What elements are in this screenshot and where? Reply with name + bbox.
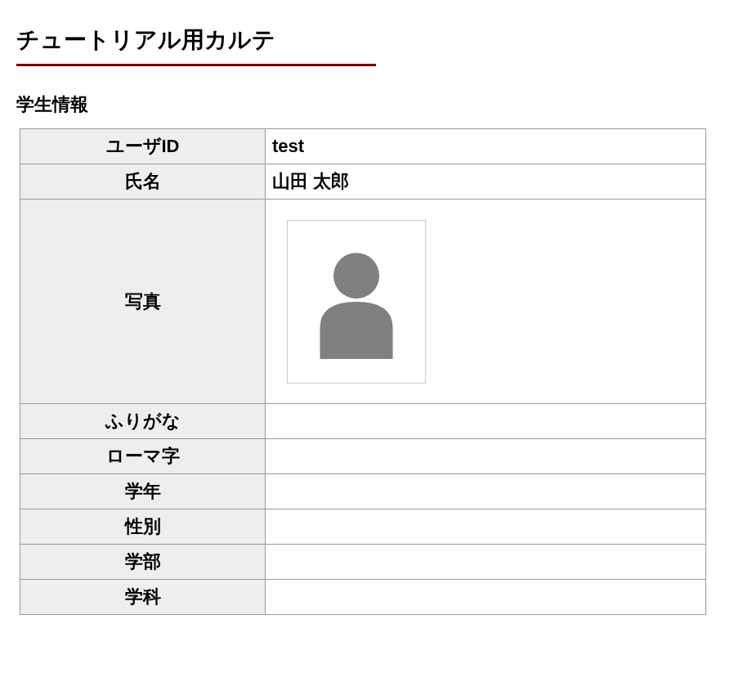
svg-point-0 (333, 253, 379, 298)
name-value: 山田 太郎 (266, 164, 706, 200)
gender-label: 性別 (20, 509, 266, 545)
furigana-value (266, 404, 706, 439)
furigana-label: ふりがな (20, 404, 266, 439)
name-label: 氏名 (20, 164, 266, 200)
photo-placeholder-box (287, 220, 426, 384)
table-row: 氏名 山田 太郎 (20, 164, 706, 200)
gender-value (266, 509, 706, 545)
table-row: ユーザID test (20, 129, 706, 164)
table-row: 学年 (20, 474, 706, 509)
faculty-label: 学部 (20, 545, 266, 580)
section-title-student-info: 学生情報 (16, 92, 718, 117)
department-label: 学科 (20, 580, 266, 615)
user-id-label: ユーザID (20, 129, 266, 164)
page-title: チュートリアル用カルテ (16, 25, 376, 66)
table-row: 学科 (20, 580, 706, 615)
avatar-placeholder-icon (303, 245, 410, 359)
faculty-value (266, 545, 706, 580)
grade-label: 学年 (20, 474, 266, 509)
table-row: ローマ字 (20, 439, 706, 474)
table-row: 性別 (20, 509, 706, 545)
table-row: ふりがな (20, 404, 706, 439)
table-row: 写真 (20, 200, 706, 404)
table-row: 学部 (20, 545, 706, 580)
photo-cell (266, 200, 706, 404)
grade-value (266, 474, 706, 509)
photo-label: 写真 (20, 200, 266, 404)
department-value (266, 580, 706, 615)
user-id-value: test (266, 129, 706, 164)
romaji-value (266, 439, 706, 474)
student-info-table: ユーザID test 氏名 山田 太郎 写真 ふりがな ローマ字 学年 性別 (20, 128, 706, 615)
romaji-label: ローマ字 (20, 439, 266, 474)
